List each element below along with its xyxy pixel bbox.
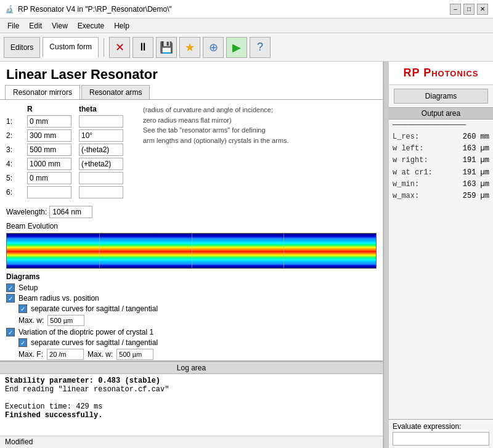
log-line-1: Stability parameter: 0.483 (stable): [5, 377, 378, 385]
tabs: Resonator mirrors Resonator arms: [0, 85, 383, 100]
diagrams-title: Diagrams: [6, 272, 377, 281]
menu-file[interactable]: File: [2, 20, 24, 31]
row5-theta-input[interactable]: [79, 172, 123, 184]
log-line-3: [5, 394, 378, 402]
row3-num: 3:: [6, 145, 25, 154]
minimize-button[interactable]: –: [450, 4, 461, 15]
output-key-lres: L_res:: [393, 131, 419, 143]
beam-vline-2: [192, 234, 192, 268]
evaluate-label: Evaluate expression:: [393, 422, 489, 431]
beam-evolution-label: Beam Evolution: [0, 221, 383, 232]
var-maxw-label: Max. w:: [88, 350, 113, 359]
output-key-wcr1: w at cr1:: [393, 167, 433, 179]
log-content: Stability parameter: 0.483 (stable) End …: [0, 374, 383, 436]
wavelength-input[interactable]: [49, 206, 92, 218]
stop-button[interactable]: ✕: [109, 37, 130, 58]
close-button[interactable]: ✕: [477, 4, 488, 15]
beam-canvas: [6, 233, 377, 269]
row1-num: 1:: [6, 117, 25, 126]
var-maxf-label: Max. F:: [18, 350, 43, 359]
diag-beam-radius-row: ✓ Beam radius vs. position: [6, 294, 377, 303]
output-row-wleft: w left: 163 µm: [393, 143, 489, 155]
output-row-wmax: w_max: 259 µm: [393, 190, 489, 202]
menu-bar: File Edit View Execute Help: [0, 18, 493, 33]
var-maxw-input[interactable]: [116, 349, 153, 360]
setup-label: Setup: [18, 283, 38, 292]
tab-resonator-mirrors[interactable]: Resonator mirrors: [5, 85, 80, 99]
custom-form-button[interactable]: Custom form: [43, 37, 99, 58]
col-header-r: R: [27, 105, 76, 113]
maximize-button[interactable]: □: [463, 4, 475, 15]
run-button[interactable]: ▶: [226, 37, 247, 58]
beam-radius-label: Beam radius vs. position: [18, 294, 99, 303]
var-sagittal-checkbox[interactable]: ✓: [18, 338, 27, 347]
row4-theta-input[interactable]: [79, 158, 123, 170]
row5-r-input[interactable]: [27, 172, 71, 184]
bookmark-button[interactable]: ★: [179, 37, 200, 58]
beam-vline-1: [99, 234, 100, 268]
diag-variation-row: ✓ Variation of the dioptric power of cry…: [6, 328, 377, 336]
beam-maxw-input[interactable]: [47, 315, 84, 326]
scrollbar[interactable]: [383, 62, 388, 448]
row4-num: 4:: [6, 160, 25, 168]
status-bar: Modified: [0, 436, 383, 448]
beam-radius-checkbox[interactable]: ✓: [6, 294, 15, 303]
help-button[interactable]: ?: [250, 37, 271, 58]
menu-edit[interactable]: Edit: [24, 20, 47, 31]
menu-execute[interactable]: Execute: [73, 20, 109, 31]
status-text: Modified: [5, 438, 33, 446]
toolbar: Editors Custom form ✕ ⏸ 💾 ★ ⊕ ▶ ?: [0, 33, 493, 62]
right-panel: RP PHOTONICS Diagrams Output area ──────…: [388, 62, 493, 448]
main-layout: Linear Laser Resonator Resonator mirrors…: [0, 62, 493, 448]
evaluate-section: Evaluate expression:: [389, 419, 493, 448]
row6-num: 6:: [6, 188, 25, 197]
save-button[interactable]: 💾: [156, 37, 177, 58]
output-key-wleft: w left:: [393, 143, 423, 155]
row1-r-input[interactable]: [27, 115, 71, 128]
log-line-5: Finished successfully.: [5, 411, 378, 420]
output-row-wcr1: w at cr1: 191 µm: [393, 167, 489, 179]
window-title: RP Resonator V4 in "P:\RP_Resonator\Demo…: [18, 5, 172, 14]
row1-theta-input[interactable]: [79, 115, 123, 128]
diag-beam-maxw-row: Max. w:: [18, 315, 377, 326]
editors-button[interactable]: Editors: [4, 37, 40, 58]
evaluate-input[interactable]: [393, 432, 489, 446]
output-row-wright: w right: 191 µm: [393, 155, 489, 166]
toolbar-separator: [104, 38, 104, 57]
row5-num: 5:: [6, 174, 25, 182]
diag-var-inputs-row: Max. F: Max. w:: [18, 349, 377, 360]
logo-rp: RP: [403, 67, 423, 79]
wavelength-section: Wavelength:: [0, 203, 383, 221]
variation-label: Variation of the dioptric power of cryst…: [18, 328, 153, 336]
diagrams-right-button[interactable]: Diagrams: [394, 89, 488, 104]
log-header: Log area: [0, 362, 383, 374]
setup-checkbox[interactable]: ✓: [6, 283, 15, 292]
log-line-4: Execution time: 429 ms: [5, 402, 378, 411]
row2-theta-input[interactable]: [79, 129, 123, 142]
beam-sagittal-checkbox[interactable]: ✓: [18, 304, 27, 313]
output-val-wright: 191 µm: [463, 155, 489, 166]
row2-r-input[interactable]: [27, 129, 71, 142]
rp-logo: RP PHOTONICS: [389, 62, 493, 85]
var-maxf-input[interactable]: [47, 349, 84, 360]
tab-resonator-arms[interactable]: Resonator arms: [81, 85, 150, 99]
page-title: Linear Laser Resonator: [0, 62, 383, 85]
row6-r-input[interactable]: [27, 186, 71, 198]
row3-r-input[interactable]: [27, 144, 71, 156]
pause-button[interactable]: ⏸: [132, 37, 153, 58]
menu-view[interactable]: View: [47, 20, 73, 31]
beam-maxw-label: Max. w:: [18, 316, 44, 325]
row6-theta-input[interactable]: [79, 186, 123, 198]
output-row-lres: L_res: 260 mm: [393, 131, 489, 143]
row3-theta-input[interactable]: [79, 144, 123, 156]
output-dashes: ──────────────────: [389, 120, 493, 130]
variation-checkbox[interactable]: ✓: [6, 328, 15, 336]
diag-beam-sagittal-row: ✓ separate curves for sagittal / tangent…: [18, 304, 377, 313]
title-bar: 🔬 RP Resonator V4 in "P:\RP_Resonator\De…: [0, 0, 493, 18]
diag-setup-row: ✓ Setup: [6, 283, 377, 292]
mirrors-note: (radius of curvature and angle of incide…: [143, 105, 289, 198]
col-header-theta: theta: [79, 105, 128, 113]
row4-r-input[interactable]: [27, 158, 71, 170]
menu-help[interactable]: Help: [109, 20, 134, 31]
settings-button[interactable]: ⊕: [203, 37, 224, 58]
